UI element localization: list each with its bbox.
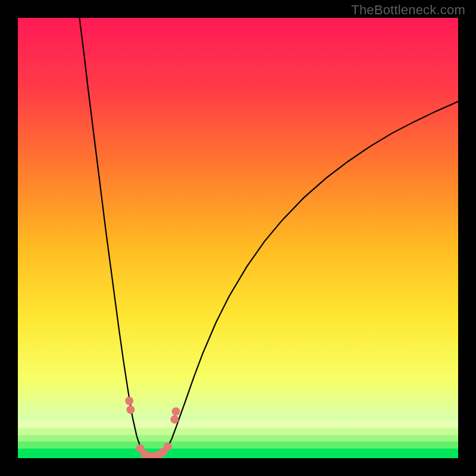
svg-rect-3: [18, 428, 458, 436]
data-marker: [126, 406, 134, 414]
bottleneck-curve-plot: [18, 18, 458, 458]
data-marker: [164, 443, 172, 451]
chart-container: TheBottleneck.com: [0, 0, 476, 476]
svg-rect-1: [18, 441, 458, 449]
data-marker: [170, 415, 178, 424]
svg-rect-0: [18, 449, 458, 458]
watermark-label: TheBottleneck.com: [351, 2, 465, 18]
svg-rect-4: [18, 420, 458, 428]
gradient-background: [18, 18, 458, 458]
svg-rect-2: [18, 436, 458, 441]
data-marker: [125, 397, 133, 405]
plot-area: [18, 18, 458, 458]
data-marker: [172, 408, 180, 416]
bottom-color-bands: [18, 420, 458, 458]
